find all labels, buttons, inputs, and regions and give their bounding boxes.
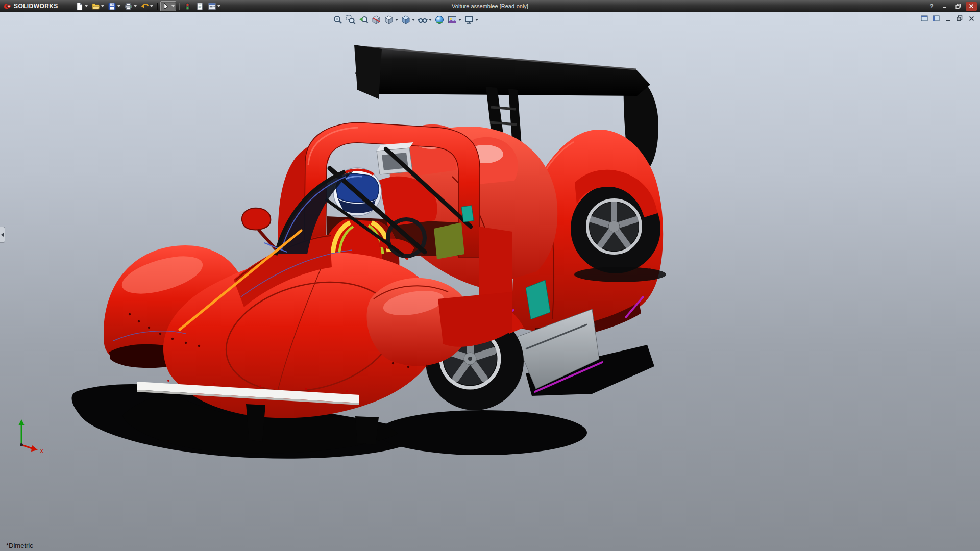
apply-scene-button[interactable] <box>446 14 462 26</box>
view-settings-monitor-icon <box>464 15 474 25</box>
teal-component <box>461 206 474 222</box>
previous-view-icon <box>358 15 369 25</box>
zoom-to-fit-button[interactable] <box>332 14 344 26</box>
apply-scene-icon <box>447 15 457 25</box>
document-window-controls <box>920 14 976 22</box>
dassault-systemes-logo-icon <box>3 2 11 10</box>
heads-up-view-toolbar <box>332 14 479 26</box>
brand-name: SOLIDWORKS <box>14 3 58 10</box>
new-document-icon <box>75 2 84 11</box>
rebuild-stoplight-icon <box>183 2 192 11</box>
side-panel-olive <box>434 222 464 259</box>
doc-window-left-button[interactable] <box>920 14 929 22</box>
previous-view-button[interactable] <box>357 14 370 26</box>
dropdown-arrow-icon <box>150 5 153 7</box>
window-controls: ? <box>926 2 980 11</box>
save-floppy-icon <box>108 2 116 11</box>
save-button[interactable] <box>106 1 122 11</box>
dropdown-arrow-icon <box>101 5 104 7</box>
window-icon <box>933 15 940 21</box>
main-toolbar <box>74 0 222 12</box>
triad-x-label: X <box>40 448 44 454</box>
dropdown-arrow-icon <box>85 5 88 7</box>
rebuild-button[interactable] <box>182 1 193 11</box>
edit-appearance-ball-icon <box>434 15 445 25</box>
dropdown-arrow-icon <box>429 19 432 21</box>
doc-restore-button[interactable] <box>955 14 964 22</box>
undo-arrow-icon <box>140 2 149 11</box>
hide-show-glasses-icon <box>418 15 428 25</box>
titlebar: SOLIDWORKS <box>0 0 980 12</box>
doc-close-button[interactable] <box>967 14 976 22</box>
dropdown-arrow-icon <box>395 19 398 21</box>
select-button[interactable] <box>160 1 176 11</box>
minimize-icon <box>945 16 951 21</box>
toolbar-separator <box>179 3 179 10</box>
maximize-button[interactable] <box>952 2 964 11</box>
chevron-left-icon <box>1 233 4 237</box>
open-folder-icon <box>91 2 100 11</box>
close-icon <box>969 4 974 9</box>
zoom-to-area-button[interactable] <box>345 14 357 26</box>
reference-triad[interactable]: X <box>18 419 44 454</box>
doc-window-right-button[interactable] <box>932 14 941 22</box>
options-form-icon <box>208 2 216 11</box>
open-button[interactable] <box>90 1 106 11</box>
window-title: Voiture assemblee [Read-only] <box>452 0 528 12</box>
toolbar-separator <box>157 3 158 10</box>
display-style-cube-icon <box>401 15 411 25</box>
file-properties-button[interactable] <box>194 1 206 11</box>
minimize-icon <box>942 4 947 9</box>
file-properties-icon <box>195 2 204 11</box>
minimize-button[interactable] <box>939 2 950 11</box>
zoom-to-area-icon <box>346 15 356 25</box>
restore-icon <box>955 4 961 9</box>
dropdown-arrow-icon <box>458 19 461 21</box>
view-orientation-label: *Dimetric <box>6 542 33 549</box>
dropdown-arrow-icon <box>475 19 478 21</box>
print-icon <box>124 2 133 11</box>
dropdown-arrow-icon <box>217 5 220 7</box>
help-button[interactable]: ? <box>926 2 937 11</box>
dropdown-arrow-icon <box>117 5 120 7</box>
display-style-button[interactable] <box>400 14 416 26</box>
graphics-viewport[interactable]: X <box>0 12 980 551</box>
section-view-icon <box>371 15 381 25</box>
dropdown-arrow-icon <box>172 5 175 7</box>
view-settings-button[interactable] <box>463 14 479 26</box>
print-button[interactable] <box>122 1 138 11</box>
close-icon <box>969 16 974 21</box>
restore-icon <box>957 15 963 21</box>
solidworks-brand: SOLIDWORKS <box>0 0 64 12</box>
dropdown-arrow-icon <box>134 5 137 7</box>
edit-appearance-button[interactable] <box>433 14 446 26</box>
zoom-to-fit-icon <box>333 15 343 25</box>
panel-expand-tab[interactable] <box>0 227 5 243</box>
dropdown-arrow-icon <box>412 19 415 21</box>
options-button[interactable] <box>206 1 222 11</box>
close-button[interactable] <box>966 2 977 11</box>
solidworks-window: SOLIDWORKS <box>0 0 980 551</box>
model-render-voiture-assemblee[interactable]: X <box>0 12 980 551</box>
new-button[interactable] <box>74 1 89 11</box>
select-cursor-icon <box>162 2 170 11</box>
doc-minimize-button[interactable] <box>943 14 952 22</box>
window-icon <box>921 15 928 21</box>
view-orientation-button[interactable] <box>383 14 399 26</box>
hide-show-items-button[interactable] <box>416 14 433 26</box>
section-view-button[interactable] <box>370 14 382 26</box>
view-orientation-cube-icon <box>384 15 394 25</box>
undo-button[interactable] <box>139 1 155 11</box>
